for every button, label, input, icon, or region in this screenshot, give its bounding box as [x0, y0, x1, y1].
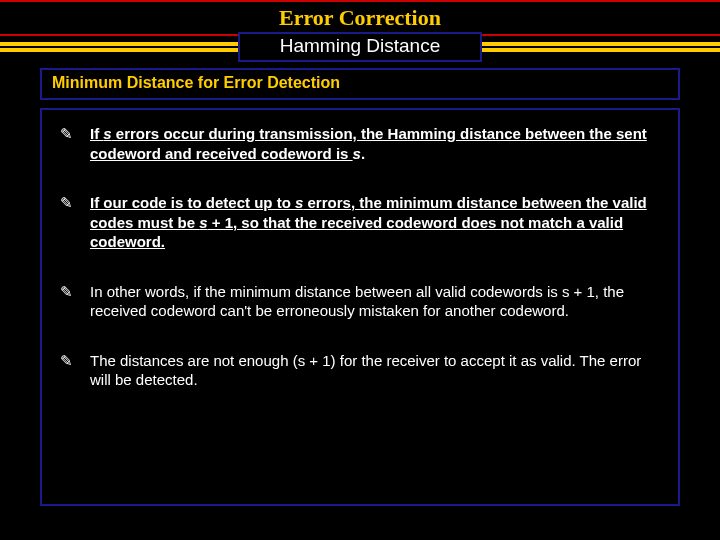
bullet-text: If our code is to detect up to s errors,… [90, 193, 660, 252]
bullet-item: ✎ In other words, if the minimum distanc… [60, 282, 660, 321]
slide-subtitle: Hamming Distance [280, 35, 441, 56]
bullet-icon: ✎ [60, 124, 90, 163]
bullet-item: ✎ If s errors occur during transmission,… [60, 124, 660, 163]
slide-title: Error Correction [279, 5, 441, 30]
bullet-icon: ✎ [60, 351, 90, 390]
subtitle-box: Hamming Distance [238, 32, 483, 62]
section-header: Minimum Distance for Error Detection [40, 68, 680, 100]
bullet-icon: ✎ [60, 282, 90, 321]
section-header-text: Minimum Distance for Error Detection [52, 74, 340, 91]
bullet-item: ✎ If our code is to detect up to s error… [60, 193, 660, 252]
stripe-row: Hamming Distance [0, 36, 720, 58]
bullet-text: In other words, if the minimum distance … [90, 282, 660, 321]
bullet-icon: ✎ [60, 193, 90, 252]
content-box: ✎ If s errors occur during transmission,… [40, 108, 680, 506]
bullet-item: ✎ The distances are not enough (s + 1) f… [60, 351, 660, 390]
bullet-text: The distances are not enough (s + 1) for… [90, 351, 660, 390]
bullet-text: If s errors occur during transmission, t… [90, 124, 660, 163]
title-bar: Error Correction [0, 0, 720, 36]
